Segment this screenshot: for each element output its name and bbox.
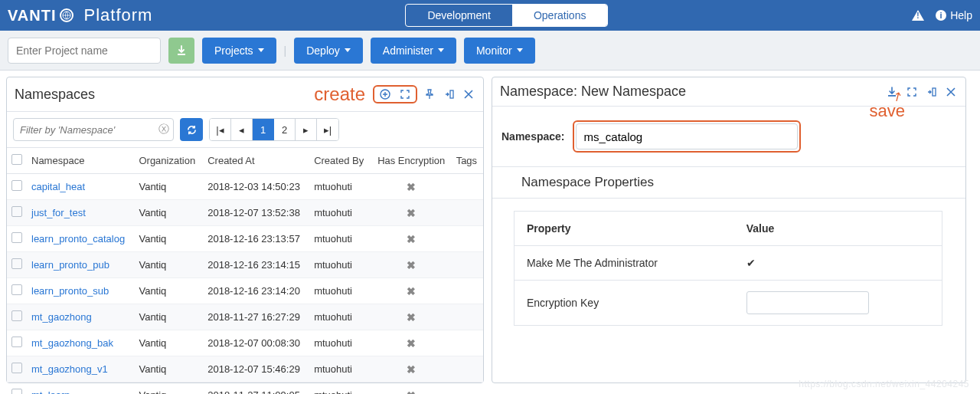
tags-cell — [452, 330, 483, 356]
by-cell: mtuohuti — [309, 226, 371, 252]
expand-icon[interactable] — [904, 86, 920, 98]
caret-down-icon — [258, 48, 264, 52]
deploy-button[interactable]: Deploy — [294, 38, 363, 64]
created-cell: 2018-12-03 14:50:23 — [203, 174, 309, 200]
save-project-button[interactable] — [168, 38, 194, 64]
namespace-link[interactable]: mt_gaozhong_bak — [31, 337, 113, 349]
org-cell: Vantiq — [134, 383, 203, 395]
svg-rect-3 — [178, 54, 185, 55]
filter-wrap: ⓧ — [13, 118, 174, 141]
row-checkbox[interactable] — [11, 363, 22, 373]
dock-icon[interactable] — [442, 88, 457, 100]
table-row: just_for_testVantiq2018-12-07 13:52:38mt… — [7, 200, 483, 226]
encryption-x-icon[interactable]: ✖ — [407, 233, 416, 245]
encryption-x-icon[interactable]: ✖ — [407, 181, 416, 193]
encryption-x-icon[interactable]: ✖ — [407, 207, 416, 219]
refresh-button[interactable] — [180, 118, 203, 141]
help-link[interactable]: i Help — [935, 9, 972, 21]
encryption-key-input[interactable] — [746, 291, 869, 314]
caret-down-icon — [345, 48, 351, 52]
page-first[interactable]: |◂ — [210, 119, 231, 140]
table-row: mt_learnVantiq2018-11-27 11:09:05mtuohut… — [7, 383, 483, 395]
row-checkbox[interactable] — [11, 206, 22, 217]
properties-table: Property Value Make Me The Administrator… — [514, 211, 942, 326]
mode-tabs: Development Operations — [405, 4, 608, 27]
col-created-at[interactable]: Created At — [203, 148, 309, 174]
table-row: mt_gaozhong_v1Vantiq2018-12-07 15:46:29m… — [7, 356, 483, 383]
page-next[interactable]: ▸ — [296, 119, 317, 140]
row-checkbox[interactable] — [11, 232, 22, 243]
encryption-x-icon[interactable]: ✖ — [407, 389, 416, 395]
created-cell: 2018-11-27 11:09:05 — [203, 383, 309, 395]
page-2[interactable]: 2 — [274, 119, 296, 140]
namespace-link[interactable]: capital_heat — [31, 181, 85, 192]
encryption-x-icon[interactable]: ✖ — [407, 363, 416, 376]
table-row: learn_pronto_pubVantiq2018-12-16 23:14:1… — [7, 252, 483, 278]
add-icon[interactable] — [377, 88, 393, 100]
expand-icon[interactable] — [397, 88, 413, 100]
namespace-input[interactable] — [576, 123, 798, 149]
caret-down-icon — [517, 48, 523, 52]
tags-cell — [452, 226, 483, 252]
col-has-encryption[interactable]: Has Encryption — [371, 148, 452, 174]
pin-icon[interactable] — [422, 88, 437, 100]
top-right: i Help — [912, 9, 972, 21]
col-created-by[interactable]: Created By — [309, 148, 371, 174]
panel-tools: create — [314, 84, 475, 105]
monitor-button[interactable]: Monitor — [464, 38, 535, 64]
created-cell: 2018-12-16 23:14:15 — [203, 252, 309, 278]
tags-cell — [452, 174, 483, 200]
row-checkbox[interactable] — [11, 180, 22, 191]
row-checkbox[interactable] — [11, 337, 22, 347]
row-checkbox[interactable] — [11, 258, 22, 269]
prop-row: Encryption Key — [514, 281, 942, 326]
toolbar-divider: | — [284, 44, 287, 57]
tab-development[interactable]: Development — [406, 5, 512, 26]
row-checkbox[interactable] — [11, 310, 22, 321]
col-namespace[interactable]: Namespace — [27, 148, 134, 174]
col-tags[interactable]: Tags — [452, 148, 483, 174]
namespace-input-highlight — [573, 120, 801, 153]
namespace-link[interactable]: mt_learn — [31, 389, 70, 394]
namespace-link[interactable]: mt_gaozhong_v1 — [31, 363, 108, 375]
encryption-x-icon[interactable]: ✖ — [407, 311, 416, 323]
org-cell: Vantiq — [134, 330, 203, 356]
namespace-label: Namespace: — [501, 130, 565, 143]
page-last[interactable]: ▸| — [317, 119, 338, 140]
pagination: |◂ ◂ 1 2 ▸ ▸| — [209, 118, 339, 141]
org-cell: Vantiq — [134, 226, 203, 252]
row-checkbox[interactable] — [11, 389, 22, 394]
namespace-link[interactable]: learn_pronto_sub — [31, 285, 109, 297]
row-checkbox[interactable] — [11, 284, 22, 295]
select-all-checkbox[interactable] — [11, 154, 22, 165]
warning-icon[interactable] — [912, 10, 924, 21]
by-cell: mtuohuti — [309, 356, 371, 383]
namespace-link[interactable]: learn_pronto_pub — [31, 259, 109, 271]
col-organization[interactable]: Organization — [134, 148, 203, 174]
encryption-x-icon[interactable]: ✖ — [407, 337, 416, 350]
close-icon[interactable] — [462, 89, 475, 100]
namespace-link[interactable]: learn_pronto_catalog — [31, 233, 125, 245]
panels-row: Namespaces create ⓧ |◂ — [0, 71, 980, 389]
administer-button[interactable]: Administer — [371, 38, 456, 64]
tab-operations[interactable]: Operations — [512, 5, 607, 26]
table-row: learn_pronto_subVantiq2018-12-16 23:14:2… — [7, 278, 483, 304]
toolbar: Projects | Deploy Administer Monitor — [0, 31, 980, 71]
close-icon[interactable] — [944, 87, 958, 97]
clear-filter-icon[interactable]: ⓧ — [158, 123, 169, 136]
watermark: https://blog.csdn.net/weixin_44264245 — [799, 379, 969, 389]
encryption-x-icon[interactable]: ✖ — [407, 259, 416, 271]
encryption-x-icon[interactable]: ✖ — [407, 285, 416, 297]
page-1[interactable]: 1 — [253, 119, 274, 140]
page-prev[interactable]: ◂ — [231, 119, 253, 140]
namespace-link[interactable]: mt_gaozhong — [31, 311, 92, 323]
projects-button[interactable]: Projects — [202, 38, 276, 64]
filter-input[interactable] — [13, 118, 174, 141]
panel-title: Namespace: New Namespace — [500, 84, 686, 100]
check-icon[interactable]: ✔ — [746, 257, 756, 269]
project-name-input[interactable] — [8, 38, 161, 64]
svg-rect-5 — [450, 90, 453, 98]
namespace-link[interactable]: just_for_test — [31, 207, 86, 218]
dock-icon[interactable] — [924, 86, 939, 98]
prop-col-name: Property — [514, 212, 734, 246]
